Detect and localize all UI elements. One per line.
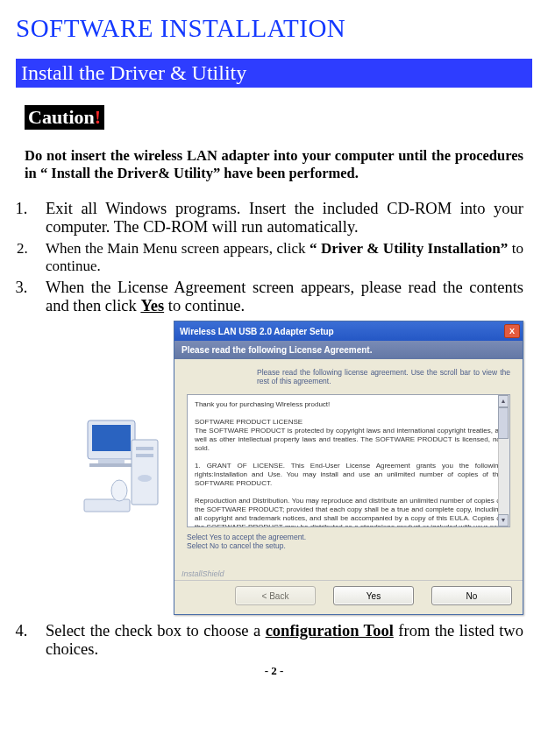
step-2-bold: “ Driver & Utility Installation” xyxy=(310,240,508,257)
dialog-titlebar[interactable]: Wireless LAN USB 2.0 Adapter Setup X xyxy=(174,321,523,341)
step-3-text-a: When the License Agreement screen appear… xyxy=(46,279,523,314)
yes-button[interactable]: Yes xyxy=(333,586,414,605)
page-title: SOFTWARE INSTALLATION xyxy=(16,14,532,43)
cancel-hint: Select No to cancel the setup. xyxy=(187,541,510,550)
scroll-up-icon[interactable]: ▲ xyxy=(498,395,509,407)
caution-word: Caution xyxy=(28,106,95,128)
license-textbox[interactable]: Thank you for purchasing Wireless produc… xyxy=(187,394,510,527)
svg-point-9 xyxy=(111,480,127,501)
step-3-bold: Yes xyxy=(140,297,164,314)
installer-dialog: Wireless LAN USB 2.0 Adapter Setup X Ple… xyxy=(174,321,523,615)
svg-rect-2 xyxy=(98,459,125,463)
svg-rect-3 xyxy=(89,463,133,467)
step-4-bold: configuration Tool xyxy=(266,622,394,639)
pc-illustration xyxy=(81,415,165,520)
step-3-text-c: to continue. xyxy=(164,297,245,314)
license-line-1: Thank you for purchasing Wireless produc… xyxy=(195,400,502,409)
license-line-4: 1. GRANT OF LICENSE. This End-User Licen… xyxy=(195,462,502,488)
scroll-thumb[interactable] xyxy=(498,407,509,439)
installshield-brand: InstallShield xyxy=(174,566,523,580)
warning-text: Do not insert the wireless LAN adapter i… xyxy=(25,147,523,182)
caution-badge: Caution! xyxy=(25,105,104,130)
svg-rect-1 xyxy=(92,425,131,451)
license-line-5: Reproduction and Distribution. You may r… xyxy=(195,497,502,527)
scroll-down-icon[interactable]: ▼ xyxy=(498,514,509,526)
page-number: - 2 - xyxy=(16,664,532,678)
license-line-3: The SOFTWARE PRODUCT is protected by cop… xyxy=(195,427,502,453)
svg-rect-5 xyxy=(136,447,153,450)
step-2-text-a: When the Main Menu screen appears, click xyxy=(46,240,310,257)
caution-exclamation: ! xyxy=(95,106,101,128)
screenshot-row: Wireless LAN USB 2.0 Adapter Setup X Ple… xyxy=(81,321,523,615)
accept-hint: Select Yes to accept the agreement. xyxy=(187,533,510,541)
svg-rect-8 xyxy=(84,499,130,512)
svg-point-7 xyxy=(138,475,152,482)
step-4: Select the check box to choose a configu… xyxy=(32,622,523,659)
step-2: When the Main Menu screen appears, click… xyxy=(32,240,523,275)
back-button: < Back xyxy=(235,586,316,605)
scrollbar[interactable]: ▲ ▼ xyxy=(498,395,509,526)
dialog-title: Wireless LAN USB 2.0 Adapter Setup xyxy=(180,327,334,336)
dialog-intro: Please read the following license agreem… xyxy=(257,368,510,385)
dialog-subtitle: Please read the following License Agreem… xyxy=(174,341,523,359)
section-heading: Install the Driver & Utility xyxy=(16,59,532,88)
close-icon[interactable]: X xyxy=(504,324,520,338)
step-1: Exit all Windows programs. Insert the in… xyxy=(32,200,523,237)
step-4-text-a: Select the check box to choose a xyxy=(46,622,266,639)
step-3: When the License Agreement screen appear… xyxy=(32,279,523,615)
no-button[interactable]: No xyxy=(431,586,512,605)
svg-rect-6 xyxy=(136,454,153,457)
license-line-2: SOFTWARE PRODUCT LICENSE xyxy=(195,418,502,427)
